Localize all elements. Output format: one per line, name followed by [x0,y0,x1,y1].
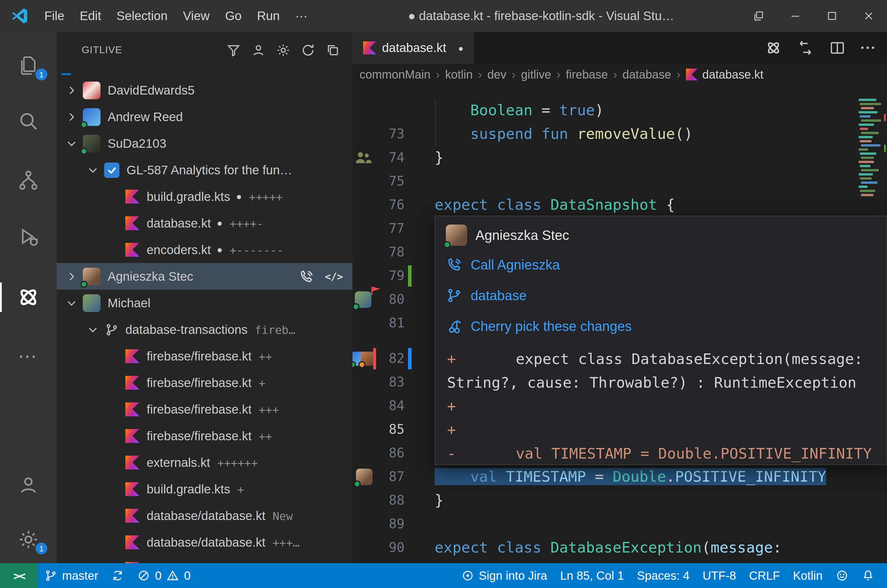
line-number[interactable]: 77 [376,217,404,240]
chevron-right-icon[interactable] [64,109,79,124]
close-button[interactable] [850,0,887,32]
split-editor-icon[interactable] [828,39,846,57]
collapse-all-icon[interactable] [324,41,342,59]
code-line-73[interactable]: 73 suspend fun removeValue() [352,122,887,146]
file-row-firebase-firebase-kt[interactable]: firebase/firebase.kt+++ [57,396,352,423]
line-number[interactable]: 90 [376,536,404,560]
line-number[interactable]: 79 [376,264,404,288]
breadcrumb-item-firebase[interactable]: firebase [566,68,608,81]
popup-link-database[interactable]: database [446,280,886,311]
code-line-75[interactable]: 75 [352,170,887,193]
code-line-87[interactable]: 87 val TIMESTAMP = Double.POSITIVE_INFIN… [352,465,887,489]
chevron-down-icon[interactable] [85,162,101,178]
chevron-down-icon[interactable] [64,295,79,310]
call-user-button[interactable] [299,268,314,284]
menu-selection[interactable]: Selection [109,0,175,32]
chevron-down-icon[interactable] [64,136,79,151]
accounts-icon[interactable] [250,41,267,59]
code-line-74[interactable]: 74} [352,146,887,170]
more-views-icon[interactable]: ··· [0,339,57,374]
code-line-wrap[interactable]: Boolean = true) [352,99,887,122]
eol-status[interactable]: CRLF [743,563,786,588]
breadcrumb-item-kotlin[interactable]: kotlin [445,68,472,81]
gitlive-icon[interactable] [765,39,782,57]
task-checkbox[interactable] [104,162,119,178]
code-line-89[interactable]: 89 [352,512,887,536]
tree-row-agnieszka-stec[interactable]: Agnieszka Stec</> [57,263,352,290]
line-number[interactable]: 88 [376,489,404,512]
line-number[interactable]: 78 [376,240,404,264]
file-row-build-gradle-kts[interactable]: build.gradle.kts●+++++ [57,183,352,210]
line-number[interactable]: 75 [376,170,404,193]
remote-indicator[interactable]: >< [0,563,38,588]
chevron-right-icon[interactable] [64,82,79,98]
tree-row-michael[interactable]: Michael [57,290,352,316]
line-number[interactable]: 87 [376,465,404,489]
jira-status[interactable]: Sign into Jira [454,563,553,588]
feedback-icon[interactable] [829,563,855,588]
encoding-status[interactable]: UTF-8 [696,563,743,588]
layout-toggle-icon[interactable] [740,0,777,32]
tab-database-kt[interactable]: database.kt ● [352,32,475,64]
popup-link-cherry-pick-these-changes[interactable]: Cherry pick these changes [446,311,886,342]
language-status[interactable]: Kotlin [786,563,829,588]
gitlive-icon[interactable] [0,280,57,314]
tree-row-gl-587-analytics-for-the-fun[interactable]: GL-587 Analytics for the fun… [57,157,352,183]
breadcrumb-item-commonmain[interactable]: commonMain [359,68,430,81]
problems-status[interactable]: 0 0 [131,563,197,588]
minimize-button[interactable] [777,0,814,32]
code-line-76[interactable]: 76expect class DataSnapshot { [352,193,887,217]
filter-icon[interactable] [225,41,242,59]
breadcrumb-item-gitlive[interactable]: gitlive [521,68,551,81]
breadcrumb-item-database-kt[interactable]: database.kt [686,68,764,81]
source-control-icon[interactable] [0,163,57,197]
settings-gear-icon[interactable]: 1 [0,522,57,556]
line-number[interactable]: 74 [376,146,404,170]
file-row-firebase-firebase-kt[interactable]: firebase/firebase.kt++ [57,423,352,449]
menu-view[interactable]: View [175,0,217,32]
explorer-icon[interactable]: 1 [0,48,57,83]
menu-file[interactable]: File [37,0,72,32]
cursor-position[interactable]: Ln 85, Col 1 [554,563,631,588]
run-debug-icon[interactable] [0,220,57,254]
line-number[interactable]: 73 [376,122,404,146]
tree-row-suda2103[interactable]: SuDa2103 [57,130,352,157]
settings-icon[interactable] [274,41,292,59]
menu-overflow[interactable]: ··· [287,0,315,32]
tree-row-andrew-reed[interactable]: Andrew Reed [57,104,352,130]
breadcrumb-item-dev[interactable]: dev [487,68,507,81]
branch-status[interactable]: master [38,563,105,588]
file-row-firebase-firebase-kt[interactable]: firebase/firebase.kt++ [57,343,352,369]
line-number[interactable]: 83 [376,370,404,394]
tree-row-database-transactions[interactable]: database-transactionsfireb… [57,316,352,343]
file-row-database-database-kt[interactable]: database/database.kt+++ [57,555,352,563]
more-actions-icon[interactable]: ··· [860,40,876,56]
menu-go[interactable]: Go [217,0,249,32]
open-changes-icon[interactable] [797,39,814,57]
chevron-down-icon[interactable] [85,322,101,337]
line-number[interactable] [376,99,404,122]
line-number[interactable] [376,560,404,563]
file-row-database-database-kt[interactable]: database/database.ktNew [57,502,352,529]
search-icon[interactable] [0,104,57,138]
file-row-firebase-firebase-kt[interactable]: firebase/firebase.kt+ [57,369,352,396]
line-number[interactable]: 84 [376,394,404,418]
menu-run[interactable]: Run [249,0,287,32]
file-row-database-kt[interactable]: database.kt●++++- [57,210,352,236]
breadcrumb-item-database[interactable]: database [622,68,671,81]
line-number[interactable]: 85 [376,418,404,441]
line-number[interactable]: 89 [376,512,404,536]
chevron-right-icon[interactable] [64,268,79,284]
maximize-button[interactable] [814,0,850,32]
code-line-wrap[interactable]: String?, cause: Throwable?) : [352,560,887,563]
minimap[interactable] [858,99,886,214]
code-line-90[interactable]: 90expect class DatabaseException(message… [352,536,887,560]
line-number[interactable]: 82 [376,347,404,370]
file-row-encoders-kt[interactable]: encoders.kt●+------- [57,236,352,263]
notifications-bell-icon[interactable] [855,563,881,588]
line-number[interactable]: 81 [376,311,404,335]
sync-button[interactable] [105,563,131,588]
indentation-status[interactable]: Spaces: 4 [630,563,696,588]
file-row-externals-kt[interactable]: externals.kt++++++ [57,449,352,476]
tree-row-davidedwards5[interactable]: DavidEdwards5 [57,77,352,104]
